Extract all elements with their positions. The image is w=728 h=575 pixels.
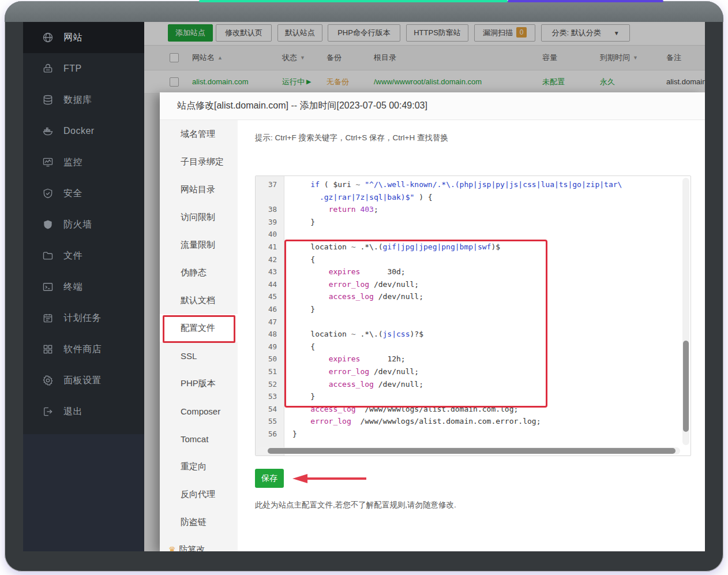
code-text: location ~ .*\.(gif|jpg|jpeg|png|bmp|swf… bbox=[284, 241, 691, 253]
line-number: 42 bbox=[256, 253, 284, 266]
modal-nav-item-Composer[interactable]: Composer bbox=[160, 397, 238, 425]
modal-nav-label: PHP版本 bbox=[181, 378, 216, 389]
code-line: 53 } bbox=[256, 390, 691, 403]
frame-top-band bbox=[5, 1, 723, 22]
modal-nav-label: 配置文件 bbox=[181, 323, 215, 334]
frame-accent-teal bbox=[199, 0, 508, 2]
modal-nav-item-默认文档[interactable]: 默认文档 bbox=[160, 286, 238, 314]
modal-nav-item-防盗链[interactable]: 防盗链 bbox=[160, 508, 238, 536]
code-line: 38 return 403; bbox=[256, 203, 691, 216]
modal-title: 站点修改[alist.domain.com] -- 添加时间[2023-07-0… bbox=[177, 100, 427, 112]
line-number: 43 bbox=[256, 266, 284, 278]
modal-nav-item-域名管理[interactable]: 域名管理 bbox=[160, 120, 238, 148]
modal-nav-label: 防篡改 bbox=[179, 544, 205, 552]
modal-nav-label: 访问限制 bbox=[181, 212, 215, 223]
code-text: } bbox=[284, 303, 691, 316]
code-line: 43 expires 30d; bbox=[256, 266, 691, 278]
config-editor[interactable]: 37 if ( $uri ~ "^/\.well-known/.*\.(php|… bbox=[255, 176, 691, 456]
modal-nav-item-配置文件[interactable]: 配置文件 bbox=[160, 314, 238, 342]
line-number: 45 bbox=[256, 290, 284, 303]
sidebar-item-docker[interactable]: Docker bbox=[23, 115, 144, 147]
editor-hint: 提示: Ctrl+F 搜索关键字，Ctrl+S 保存，Ctrl+H 查找替换 bbox=[255, 133, 448, 143]
modal-nav-label: 流量限制 bbox=[181, 240, 215, 251]
docker-icon bbox=[42, 125, 54, 137]
line-number: 38 bbox=[256, 203, 284, 216]
code-text: } bbox=[284, 428, 691, 440]
code-text: access_log /www/wwwlogs/alist.domain.com… bbox=[284, 403, 691, 416]
sidebar-item-files[interactable]: 文件 bbox=[23, 240, 144, 271]
sidebar-item-label: 退出 bbox=[63, 406, 82, 418]
modal-nav-label: SSL bbox=[181, 351, 197, 361]
crown-icon: ♛ bbox=[168, 545, 176, 551]
frame-accent-violet bbox=[508, 0, 663, 2]
modal-nav-item-重定向[interactable]: 重定向 bbox=[160, 453, 238, 480]
sidebar-item-monitor[interactable]: 监控 bbox=[23, 147, 144, 178]
vertical-scrollbar[interactable] bbox=[682, 178, 689, 445]
horizontal-scroll-thumb[interactable] bbox=[268, 448, 676, 454]
sidebar-item-label: 软件商店 bbox=[63, 343, 102, 356]
sidebar-item-terminal[interactable]: 终端 bbox=[23, 271, 144, 303]
sidebar-item-ftp[interactable]: FTP bbox=[23, 53, 144, 84]
save-button[interactable]: 保存 bbox=[255, 469, 284, 488]
modal-nav-label: 默认文档 bbox=[181, 295, 215, 306]
horizontal-scrollbar[interactable] bbox=[257, 447, 680, 454]
code-text: location ~ .*\.(js|css)?$ bbox=[284, 328, 691, 341]
modal-nav-item-PHP版本[interactable]: PHP版本 bbox=[160, 369, 238, 397]
code-line: 55 error_log /www/wwwlogs/alist.domain.c… bbox=[256, 415, 691, 428]
modal-titlebar: 站点修改[alist.domain.com] -- 添加时间[2023-07-0… bbox=[160, 92, 705, 120]
device-frame: 网站FTP数据库Docker监控安全防火墙文件终端计划任务软件商店面板设置退出 … bbox=[5, 1, 723, 572]
code-text: access_log /dev/null; bbox=[284, 290, 691, 303]
modal-nav-label: 域名管理 bbox=[181, 129, 215, 140]
sidebar-item-firewall[interactable]: 防火墙 bbox=[23, 209, 144, 240]
modal-nav-label: 重定向 bbox=[181, 461, 207, 472]
code-text: .gz|rar|7z|sql|bak)$" ) { bbox=[284, 191, 691, 204]
sidebar-item-cron[interactable]: 计划任务 bbox=[23, 303, 144, 334]
sidebar-item-label: 防火墙 bbox=[63, 219, 92, 231]
line-number: 55 bbox=[256, 415, 284, 428]
modal-nav-item-Tomcat[interactable]: Tomcat bbox=[160, 425, 238, 453]
code-line: .gz|rar|7z|sql|bak)$" ) { bbox=[256, 191, 691, 204]
code-text bbox=[284, 316, 691, 328]
line-number: 39 bbox=[256, 216, 284, 229]
appstore-icon bbox=[42, 343, 54, 356]
schedule-icon bbox=[42, 312, 54, 324]
vertical-scroll-thumb[interactable] bbox=[683, 341, 689, 432]
line-number: 46 bbox=[256, 303, 284, 316]
sidebar-item-label: 面板设置 bbox=[63, 375, 102, 387]
modal-nav-label: 反向代理 bbox=[181, 489, 215, 500]
line-number: 47 bbox=[256, 316, 284, 328]
sidebar-item-logout[interactable]: 退出 bbox=[23, 396, 144, 427]
sidebar-item-label: FTP bbox=[63, 64, 82, 74]
sidebar-item-label: 终端 bbox=[63, 281, 82, 293]
modal-nav-item-流量限制[interactable]: 流量限制 bbox=[160, 231, 238, 259]
code-text: error_log /dev/null; bbox=[284, 278, 691, 291]
sidebar-item-security[interactable]: 安全 bbox=[23, 178, 144, 209]
monitor-icon bbox=[42, 156, 54, 169]
code-text: } bbox=[284, 216, 691, 229]
modal-nav-item-SSL[interactable]: SSL bbox=[160, 342, 238, 369]
modal-nav-item-访问限制[interactable]: 访问限制 bbox=[160, 203, 238, 231]
modal-nav-item-反向代理[interactable]: 反向代理 bbox=[160, 480, 238, 508]
modal-nav-item-网站目录[interactable]: 网站目录 bbox=[160, 176, 238, 203]
modal-nav-item-防篡改[interactable]: ♛防篡改 bbox=[160, 536, 238, 551]
globe-icon bbox=[42, 31, 54, 44]
panel-screen: 网站FTP数据库Docker监控安全防火墙文件终端计划任务软件商店面板设置退出 … bbox=[23, 22, 705, 551]
screenshot-canvas: 网站FTP数据库Docker监控安全防火墙文件终端计划任务软件商店面板设置退出 … bbox=[0, 0, 728, 575]
code-text: expires 12h; bbox=[284, 353, 691, 365]
sidebar-item-appstore[interactable]: 软件商店 bbox=[23, 334, 144, 365]
code-line: 42 { bbox=[256, 253, 691, 266]
modal-nav-label: 防盗链 bbox=[181, 517, 207, 528]
modal-nav-item-子目录绑定[interactable]: 子目录绑定 bbox=[160, 148, 238, 176]
code-text: error_log /www/wwwlogs/alist.domain.com.… bbox=[284, 415, 691, 428]
modal-nav-item-伪静态[interactable]: 伪静态 bbox=[160, 259, 238, 286]
modal-nav-label: 网站目录 bbox=[181, 184, 215, 195]
code-line: 41 location ~ .*\.(gif|jpg|jpeg|png|bmp|… bbox=[256, 241, 691, 253]
sidebar-item-settings[interactable]: 面板设置 bbox=[23, 365, 144, 396]
sidebar-item-database[interactable]: 数据库 bbox=[23, 84, 144, 115]
code-line: 52 access_log /dev/null; bbox=[256, 378, 691, 391]
code-text: } bbox=[284, 390, 691, 403]
sidebar-item-website[interactable]: 网站 bbox=[23, 22, 144, 53]
code-text: if ( $uri ~ "^/\.well-known/.*\.(php|jsp… bbox=[284, 178, 691, 191]
code-line: 45 access_log /dev/null; bbox=[256, 290, 691, 303]
annotation-arrow bbox=[292, 473, 367, 484]
